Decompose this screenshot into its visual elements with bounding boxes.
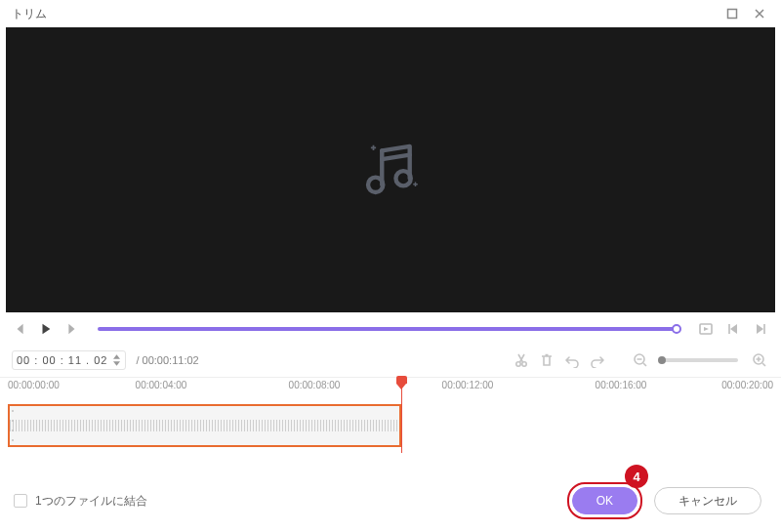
- play-button[interactable]: [37, 320, 55, 338]
- ruler-tick: 00:00:20:00: [721, 380, 773, 390]
- zoom-out-button[interactable]: [631, 350, 650, 370]
- merge-files-checkbox[interactable]: 1つのファイルに結合: [14, 493, 147, 510]
- window-title: トリム: [12, 6, 47, 22]
- zoom-knob[interactable]: [658, 356, 666, 364]
- maximize-button[interactable]: [719, 2, 746, 25]
- footer: 1つのファイルに結合 4 OK キャンセル: [0, 477, 781, 532]
- ruler-tick: 00:00:16:00: [596, 380, 647, 390]
- time-stepper[interactable]: [111, 353, 121, 367]
- redo-button[interactable]: [588, 350, 607, 370]
- ruler-tick: 00:00:08:00: [289, 380, 341, 390]
- tool-row: 00 : 00 : 11 . 02 / 00:00:11:02: [0, 346, 781, 375]
- preview-area: [6, 27, 775, 312]
- timeline-playhead[interactable]: [401, 377, 402, 453]
- ruler-tick: 00:00:04:00: [136, 380, 187, 390]
- zoom-in-button[interactable]: [750, 350, 769, 370]
- ruler-tick: 00:00:00:00: [8, 380, 60, 390]
- ruler-tick: 00:00:12:00: [442, 380, 494, 390]
- title-bar: トリム: [0, 0, 781, 27]
- stepper-down[interactable]: [111, 360, 121, 367]
- svg-rect-0: [728, 10, 737, 19]
- timeline[interactable]: 00:00:00:00 00:00:04:00 00:00:08:00 00:0…: [0, 377, 781, 457]
- current-time-value: 00 : 00 : 11 . 02: [17, 354, 107, 366]
- stepper-up[interactable]: [111, 353, 121, 360]
- progress-bar[interactable]: [98, 321, 679, 337]
- snapshot-button[interactable]: [697, 320, 715, 338]
- step-back-button[interactable]: [724, 320, 742, 338]
- ok-button[interactable]: OK: [572, 487, 637, 514]
- delete-button[interactable]: [537, 350, 556, 370]
- next-frame-button[interactable]: [62, 320, 80, 338]
- playback-controls: [0, 312, 781, 346]
- step-forward-button[interactable]: [752, 320, 769, 338]
- total-time-label: / 00:00:11:02: [136, 354, 198, 366]
- cut-button[interactable]: [512, 350, 531, 370]
- callout-badge: 4: [625, 465, 648, 488]
- merge-label: 1つのファイルに結合: [35, 493, 147, 510]
- ok-highlight: 4 OK: [567, 482, 642, 519]
- undo-button[interactable]: [562, 350, 582, 370]
- progress-knob[interactable]: [672, 324, 681, 334]
- svg-point-5: [522, 362, 526, 366]
- cancel-button[interactable]: キャンセル: [654, 487, 761, 514]
- close-button[interactable]: [746, 2, 773, 25]
- music-note-icon: [356, 136, 425, 204]
- prev-frame-button[interactable]: [12, 320, 29, 338]
- timeline-ruler[interactable]: 00:00:00:00 00:00:04:00 00:00:08:00 00:0…: [0, 377, 781, 400]
- zoom-slider[interactable]: [662, 358, 738, 362]
- track-area[interactable]: [0, 400, 781, 457]
- svg-point-4: [516, 362, 520, 366]
- audio-clip[interactable]: [8, 404, 401, 447]
- current-time-input[interactable]: 00 : 00 : 11 . 02: [12, 350, 126, 370]
- waveform: [10, 420, 399, 431]
- checkbox-icon[interactable]: [14, 494, 27, 508]
